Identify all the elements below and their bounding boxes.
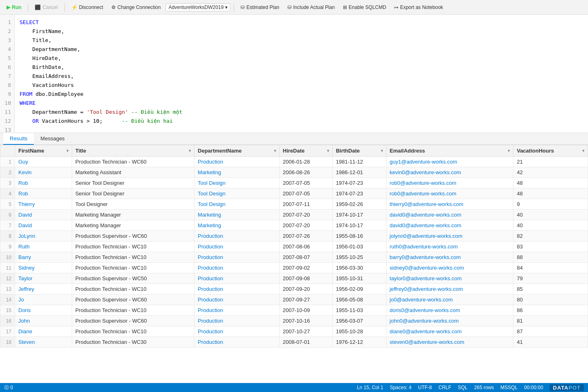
cell-vacationhours: 88 (513, 252, 588, 263)
database-selector[interactable]: AdventureWorksDW2019 ▾ (166, 3, 230, 11)
sort-icon: ▾ (274, 148, 276, 153)
cell-vacationhours: 41 (513, 337, 588, 348)
cell-title: Production Supervisor - WC60 (72, 295, 194, 305)
cell-emailaddress: rob0@adventure-works.com (386, 188, 513, 199)
cell-vacationhours: 40 (513, 220, 588, 231)
cell-vacationhours: 42 (513, 167, 588, 178)
cell-title: Senior Tool Designer (72, 178, 194, 188)
status-bar: ⓪ 0 Ln 15, Col 1 Spaces: 4 UTF-8 CRLF SQ… (0, 383, 588, 392)
include-actual-button[interactable]: ⛁ Include Actual Plan (284, 3, 338, 11)
cell-vacationhours: 81 (513, 316, 588, 326)
table-row: 10BarryProduction Technician - WC10Produ… (0, 252, 588, 263)
tab-results[interactable]: Results (3, 133, 34, 145)
cell-emailaddress: doris0@adventure-works.com (386, 305, 513, 316)
run-button[interactable]: ▶ Run (3, 3, 24, 11)
col-header-hiredate[interactable]: HireDate▾ (279, 145, 332, 157)
cell-vacationhours: 85 (513, 284, 588, 295)
cell-birthdate: 1955-11-03 (332, 305, 386, 316)
cell-birthdate: 1959-02-26 (332, 199, 386, 210)
cancel-button[interactable]: ⬛ Cancel (31, 3, 61, 11)
results-table: FirstName▾Title▾DepartmentName▾HireDate▾… (0, 145, 588, 348)
table-row: 7DavidMarketing ManagerMarketing2007-07-… (0, 220, 588, 231)
line-numbers: 1234567891011121314 (0, 15, 15, 133)
cell-title: Senior Tool Designer (72, 188, 194, 199)
cell-birthdate: 1974-07-23 (332, 188, 386, 199)
row-num-cell: 15 (0, 305, 15, 316)
cell-birthdate: 1981-11-12 (332, 157, 386, 167)
col-header-vacationhours[interactable]: VacationHours▾ (513, 145, 588, 157)
cell-firstname: Steven (15, 337, 72, 348)
cell-vacationhours: 9 (513, 199, 588, 210)
cell-hiredate: 2007-07-05 (279, 188, 332, 199)
row-num-cell: 9 (0, 241, 15, 252)
disconnect-icon: ⚡ (71, 4, 77, 10)
row-number-header (0, 145, 15, 157)
cell-hiredate: 2007-07-20 (279, 210, 332, 220)
cell-firstname: Jo (15, 295, 72, 305)
cell-firstname: Guy (15, 157, 72, 167)
estimated-plan-button[interactable]: ⛁ Estimated Plan (237, 3, 283, 11)
cell-title: Production Technician - WC10 (72, 263, 194, 273)
col-header-emailaddress[interactable]: EmailAddress▾ (386, 145, 513, 157)
cell-departmentname: Tool Design (195, 188, 279, 199)
col-header-departmentname[interactable]: DepartmentName▾ (195, 145, 279, 157)
cell-hiredate: 2007-08-06 (279, 241, 332, 252)
cell-firstname: David (15, 210, 72, 220)
table-row: 18StevenProduction Technician - WC30Prod… (0, 337, 588, 348)
tab-messages[interactable]: Messages (34, 133, 71, 145)
cell-emailaddress: guy1@adventure-works.com (386, 157, 513, 167)
cell-departmentname: Production (195, 295, 279, 305)
table-row: 9RuthProduction Technician - WC10Product… (0, 241, 588, 252)
cell-birthdate: 1956-03-30 (332, 263, 386, 273)
results-table-wrapper[interactable]: FirstName▾Title▾DepartmentName▾HireDate▾… (0, 145, 588, 383)
cell-firstname: Barry (15, 252, 72, 263)
sqlcmd-icon: ⊞ (343, 4, 347, 10)
code-area[interactable]: SELECT FirstName, Title, DepartmentName,… (15, 15, 588, 133)
cell-emailaddress: ruth0@adventure-works.com (386, 241, 513, 252)
cell-title: Marketing Manager (72, 220, 194, 231)
col-header-birthdate[interactable]: BirthDate▾ (332, 145, 386, 157)
row-num-cell: 17 (0, 326, 15, 337)
cell-emailaddress: john0@adventure-works.com (386, 316, 513, 326)
status-left: ⓪ 0 (4, 384, 13, 391)
sort-icon: ▾ (381, 148, 383, 153)
table-row: 8JoLynnProduction Supervisor - WC60Produ… (0, 231, 588, 241)
code-editor[interactable]: 1234567891011121314 SELECT FirstName, Ti… (0, 15, 588, 133)
cell-birthdate: 1955-10-25 (332, 252, 386, 263)
time-info: 00:00:00 (524, 385, 543, 390)
row-num-cell: 3 (0, 178, 15, 188)
cell-vacationhours: 80 (513, 295, 588, 305)
col-header-title[interactable]: Title▾ (72, 145, 194, 157)
results-tabs: Results Messages (0, 133, 588, 145)
row-num-cell: 12 (0, 273, 15, 284)
sort-icon: ▾ (582, 148, 584, 153)
toolbar-separator-2 (64, 3, 65, 11)
table-row: 11SidneyProduction Technician - WC10Prod… (0, 263, 588, 273)
cell-title: Production Supervisor - WC60 (72, 231, 194, 241)
sort-icon: ▾ (189, 148, 191, 153)
encoding-info: UTF-8 (418, 385, 432, 390)
cell-hiredate: 2007-09-20 (279, 284, 332, 295)
disconnect-button[interactable]: ⚡ Disconnect (68, 3, 106, 11)
change-connection-button[interactable]: ⚙ Change Connection (108, 3, 164, 11)
cell-title: Marketing Assistant (72, 167, 194, 178)
cell-departmentname: Production (195, 305, 279, 316)
row-num-cell: 10 (0, 252, 15, 263)
row-num-cell: 18 (0, 337, 15, 348)
enable-sqlcmd-button[interactable]: ⊞ Enable SQLCMD (340, 3, 389, 11)
cell-hiredate: 2007-08-07 (279, 252, 332, 263)
row-num-cell: 13 (0, 284, 15, 295)
cell-title: Tool Designer (72, 199, 194, 210)
cell-firstname: Thierry (15, 199, 72, 210)
cell-birthdate: 1955-10-31 (332, 273, 386, 284)
cell-emailaddress: sidney0@adventure-works.com (386, 263, 513, 273)
export-notebook-button[interactable]: ↦ Export as Notebook (391, 3, 446, 11)
line-ending-info: CRLF (438, 385, 451, 390)
cell-departmentname: Production (195, 157, 279, 167)
col-header-firstname[interactable]: FirstName▾ (15, 145, 72, 157)
rows-info: 265 rows (474, 385, 494, 390)
cell-hiredate: 2007-07-20 (279, 220, 332, 231)
status-right: Ln 15, Col 1 Spaces: 4 UTF-8 CRLF SQL 26… (357, 384, 584, 391)
cell-vacationhours: 86 (513, 305, 588, 316)
cell-hiredate: 2007-09-08 (279, 273, 332, 284)
